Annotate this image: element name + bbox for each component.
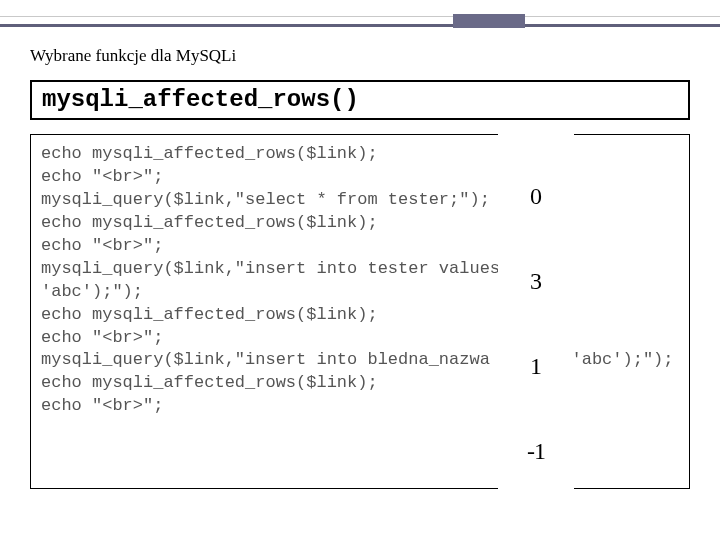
function-name-box: mysqli_affected_rows(): [30, 80, 690, 120]
code-example-box: echo mysqli_affected_rows($link); echo "…: [30, 134, 690, 489]
section-title: Wybrane funkcje dla MySQLi: [30, 46, 690, 66]
divider-thin: [0, 16, 720, 17]
output-line: 0: [518, 182, 554, 210]
divider-thick: [0, 24, 720, 27]
accent-rectangle: [453, 14, 525, 28]
slide-header-band: [0, 0, 720, 34]
slide-body: Wybrane funkcje dla MySQLi mysqli_affect…: [0, 34, 720, 489]
output-line: -1: [518, 437, 554, 465]
code-text: echo mysqli_affected_rows($link); echo "…: [41, 144, 674, 415]
output-overlay: 0 3 1 -1: [498, 124, 574, 524]
output-line: 1: [518, 352, 554, 380]
output-line: 3: [518, 267, 554, 295]
